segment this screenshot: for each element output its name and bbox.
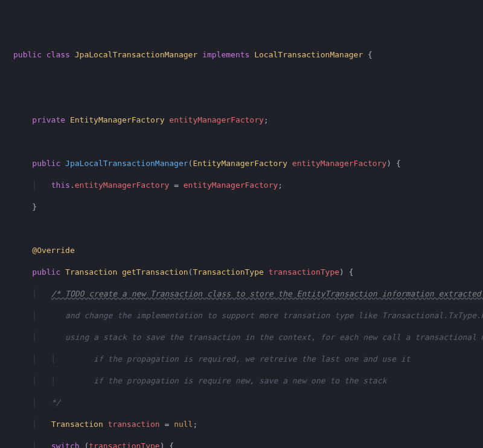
code-line: private EntityManagerFactory entityManag… bbox=[13, 115, 483, 126]
code-line: │ and change the implementation to suppo… bbox=[13, 310, 483, 321]
code-line bbox=[13, 136, 483, 147]
code-line: public Transaction getTransaction(Transa… bbox=[13, 267, 483, 278]
code-line: │ /* TODO create a new Transaction class… bbox=[13, 289, 483, 299]
code-line: │ │ if the propagation is require new, s… bbox=[13, 376, 483, 386]
code-editor[interactable]: public class JpaLocalTransactionManager … bbox=[13, 50, 483, 448]
code-line: } bbox=[13, 202, 483, 213]
code-line: │ │ if the propagation is required, we r… bbox=[13, 354, 483, 365]
code-line: │ switch (transactionType) { bbox=[13, 441, 483, 448]
code-line: │ */ bbox=[13, 397, 483, 408]
code-line bbox=[13, 223, 483, 234]
code-line: │ using a stack to save the transaction … bbox=[13, 332, 483, 343]
code-line: │ this.entityManagerFactory = entityMana… bbox=[13, 180, 483, 191]
code-line: public JpaLocalTransactionManager(Entity… bbox=[13, 158, 483, 169]
code-line bbox=[13, 93, 483, 104]
code-line bbox=[13, 71, 483, 82]
code-line: │ Transaction transaction = null; bbox=[13, 419, 483, 430]
code-line: public class JpaLocalTransactionManager … bbox=[13, 50, 483, 60]
code-line: @Override bbox=[13, 245, 483, 256]
